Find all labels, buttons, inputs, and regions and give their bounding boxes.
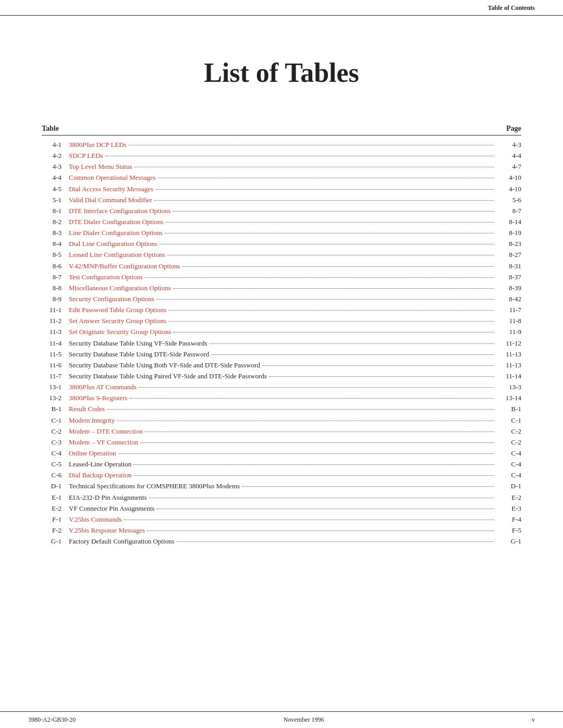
toc-entry-wrapper: Security Database Table Using DTE-Side P… xyxy=(69,349,521,360)
toc-entry-wrapper: Set Answer Security Group Options11-8 xyxy=(69,316,521,326)
toc-entry-wrapper: V.42/MNP/Buffer Configuration Options8-3… xyxy=(69,261,521,272)
toc-page: F-5 xyxy=(496,525,521,536)
toc-title: V.42/MNP/Buffer Configuration Options xyxy=(69,261,180,272)
toc-dots xyxy=(133,464,494,465)
toc-entry-wrapper: Modem – VF ConnectionC-2 xyxy=(69,437,521,448)
toc-title: Security Database Table Using Both VF-Si… xyxy=(69,360,260,371)
toc-title: Miscellaneous Configuration Options xyxy=(69,283,171,293)
toc-title: Dial Backup Operation xyxy=(69,470,132,480)
list-item: 8-7Test Configuration Options8-37 xyxy=(42,272,521,282)
page-wrapper: Table of Contents List of Tables Table P… xyxy=(0,0,563,728)
toc-page: 11-13 xyxy=(496,349,521,360)
toc-page: 4-4 xyxy=(496,151,521,161)
footer-left: 3980-A2-GB30-20 xyxy=(28,716,76,724)
list-item: F-2V.25bis Response MessagesF-5 xyxy=(42,525,521,536)
toc-page: D-1 xyxy=(496,481,521,491)
toc-title: 3800Plus DCP LEDs xyxy=(69,140,127,150)
toc-number: 11-7 xyxy=(42,371,69,381)
toc-number: 4-2 xyxy=(42,151,69,161)
toc-entry-wrapper: Leased-Line OperationC-4 xyxy=(69,459,521,470)
toc-number: E-1 xyxy=(42,492,69,503)
toc-number: 4-3 xyxy=(42,162,69,172)
toc-number: 8-9 xyxy=(42,294,69,304)
list-item: C-3Modem – VF ConnectionC-2 xyxy=(42,437,521,448)
toc-title: V.25bis Commands xyxy=(69,514,122,525)
toc-title: Modem Integrity xyxy=(69,415,115,426)
toc-entry-wrapper: Edit Password Table Group Options11-7 xyxy=(69,305,521,315)
footer-bar: 3980-A2-GB30-20 November 1996 v xyxy=(0,711,563,728)
toc-page: F-4 xyxy=(496,514,521,525)
toc-dots xyxy=(147,530,494,531)
toc-number: 4-1 xyxy=(42,140,69,150)
toc-entry-wrapper: V.25bis CommandsF-4 xyxy=(69,514,521,525)
list-item: E-2VF Connector Pin AssignmentsE-3 xyxy=(42,503,521,514)
toc-entries: 4-13800Plus DCP LEDs4-34-2SDCP LEDs4-44-… xyxy=(42,140,521,547)
toc-dots xyxy=(173,211,494,212)
toc-page: 11-8 xyxy=(496,316,521,326)
toc-entry-wrapper: Factory Default Configuration OptionsG-1 xyxy=(69,536,521,547)
toc-number: 8-7 xyxy=(42,272,69,282)
toc-entry-wrapper: Security Configuration Options8-42 xyxy=(69,294,521,304)
toc-entry-wrapper: Modem IntegrityC-1 xyxy=(69,415,521,426)
toc-page: 8-37 xyxy=(496,272,521,282)
list-item: 11-2Set Answer Security Group Options11-… xyxy=(42,316,521,326)
toc-dots xyxy=(134,167,495,167)
toc-number: 4-5 xyxy=(42,184,69,194)
toc-dots xyxy=(129,145,494,145)
list-item: 4-13800Plus DCP LEDs4-3 xyxy=(42,140,521,150)
toc-dots xyxy=(134,475,494,476)
toc-title: Modem – VF Connection xyxy=(69,437,138,448)
toc-header-table-label: Table xyxy=(42,125,59,133)
toc-entry-wrapper: Result CodesB-1 xyxy=(69,404,521,414)
toc-dots xyxy=(156,509,494,509)
toc-number: 8-6 xyxy=(42,261,69,272)
toc-entry-wrapper: 3800Plus S-Registers13-14 xyxy=(69,393,521,403)
toc-number: 11-4 xyxy=(42,338,69,349)
toc-entry-wrapper: Security Database Table Using Both VF-Si… xyxy=(69,360,521,371)
toc-dots xyxy=(149,498,495,498)
toc-title: Valid Dial Command Modifier xyxy=(69,195,152,205)
toc-entry-wrapper: 3800Plus DCP LEDs4-3 xyxy=(69,140,521,150)
toc-page: E-2 xyxy=(496,492,521,503)
list-item: 8-2DTE Dialer Configuration Options8-14 xyxy=(42,217,521,227)
toc-header: Table Page xyxy=(42,125,521,135)
toc-dots xyxy=(140,442,494,443)
toc-dots xyxy=(211,354,494,355)
toc-title: Modem – DTE Connection xyxy=(69,426,143,437)
toc-title: Edit Password Table Group Options xyxy=(69,305,166,315)
toc-number: 11-5 xyxy=(42,349,69,360)
toc-entry-wrapper: Test Configuration Options8-37 xyxy=(69,272,521,282)
list-item: 4-2SDCP LEDs4-4 xyxy=(42,151,521,161)
toc-dots xyxy=(209,343,494,344)
toc-number: C-6 xyxy=(42,470,69,480)
toc-number: C-2 xyxy=(42,426,69,437)
list-item: G-1Factory Default Configuration Options… xyxy=(42,536,521,547)
toc-entry-wrapper: Line Dialer Configuration Options8-19 xyxy=(69,228,521,238)
toc-page: 8-42 xyxy=(496,294,521,304)
toc-entry-wrapper: Dial Access Security Messages4-10 xyxy=(69,184,521,194)
toc-entry-wrapper: Security Database Table Using VF-Side Pa… xyxy=(69,338,521,349)
toc-dots xyxy=(154,200,494,201)
toc-dots xyxy=(166,222,494,223)
toc-page: 11-7 xyxy=(496,305,521,315)
list-item: C-1Modem IntegrityC-1 xyxy=(42,415,521,426)
toc-dots xyxy=(105,156,494,156)
toc-entry-wrapper: Dial Line Configuration Options8-23 xyxy=(69,239,521,249)
list-item: B-1Result CodesB-1 xyxy=(42,404,521,414)
list-item: 4-3Top Level Menu Status4-7 xyxy=(42,162,521,172)
list-item: 11-7Security Database Table Using Paired… xyxy=(42,371,521,381)
toc-title: Top Level Menu Status xyxy=(69,162,132,172)
toc-title: Common Operational Messages xyxy=(69,172,156,183)
toc-number: 11-3 xyxy=(42,327,69,337)
toc-entry-wrapper: DTE Dialer Configuration Options8-14 xyxy=(69,217,521,227)
list-item: 8-8Miscellaneous Configuration Options8-… xyxy=(42,283,521,293)
toc-page: 4-7 xyxy=(496,162,521,172)
toc-page: C-4 xyxy=(496,470,521,480)
list-item: 13-13800Plus AT Commands13-3 xyxy=(42,382,521,392)
list-item: 11-5Security Database Table Using DTE-Si… xyxy=(42,349,521,360)
toc-dots xyxy=(177,541,494,542)
toc-number: G-1 xyxy=(42,536,69,547)
toc-entry-wrapper: V.25bis Response MessagesF-5 xyxy=(69,525,521,536)
toc-page: 8-7 xyxy=(496,206,521,216)
toc-dots xyxy=(173,288,494,289)
